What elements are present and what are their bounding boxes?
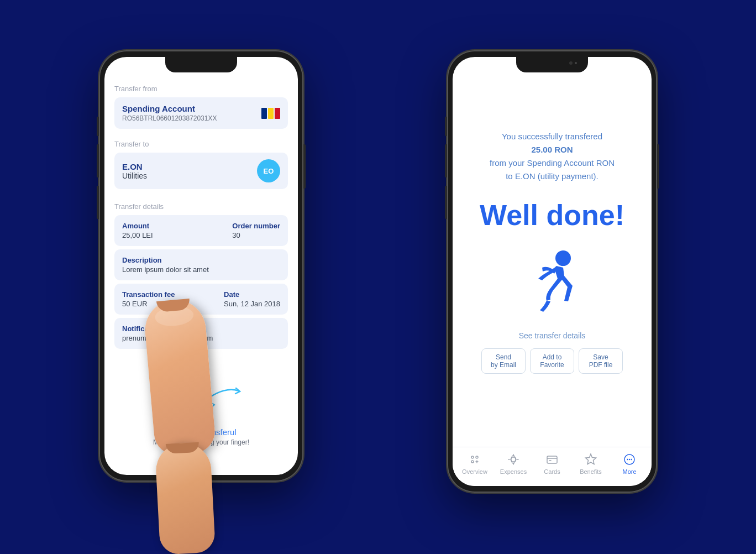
transfer-amount: 25.00 RON bbox=[531, 145, 573, 154]
svg-rect-6 bbox=[547, 456, 557, 463]
romanian-flag bbox=[261, 108, 280, 119]
bottom-navigation: Overview Expenses bbox=[453, 447, 652, 486]
transfer-details-label: Transfer details bbox=[114, 202, 288, 211]
description-value: Lorem ipsum dolor sit amet bbox=[122, 265, 280, 274]
right-phone-screen: You successfully transfered 25.00 RON fr… bbox=[453, 57, 652, 486]
svg-point-9 bbox=[629, 459, 630, 460]
nav-benefits[interactable]: Benefits bbox=[574, 453, 607, 475]
camera-area bbox=[569, 61, 577, 65]
svg-point-10 bbox=[631, 459, 632, 460]
order-number-item: Order number 30 bbox=[232, 222, 280, 239]
add-favorite-line2: Favorite bbox=[537, 361, 567, 369]
svg-point-8 bbox=[627, 459, 628, 460]
second-finger bbox=[155, 442, 216, 554]
runner-svg bbox=[519, 248, 585, 320]
fee-label: Transaction fee bbox=[122, 290, 175, 299]
success-text: You successfully transfered 25.00 RON fr… bbox=[490, 130, 615, 183]
nav-overview[interactable]: Overview bbox=[458, 453, 491, 475]
transfer-to-section: Transfer to E.ON Utilities EO bbox=[114, 140, 288, 197]
nav-expenses[interactable]: Expenses bbox=[497, 453, 530, 475]
flag-yellow bbox=[268, 108, 274, 119]
right-phone-btn-mute bbox=[445, 117, 447, 136]
send-email-btn[interactable]: Send by Email bbox=[481, 348, 526, 374]
phone-btn-mute bbox=[97, 117, 99, 136]
flag-red bbox=[275, 108, 280, 119]
order-number-value: 30 bbox=[232, 231, 280, 239]
success-main: You successfully transfered 25.00 RON fr… bbox=[453, 57, 652, 447]
eon-sub: Utilities bbox=[122, 171, 147, 180]
svg-point-2 bbox=[556, 253, 570, 266]
benefits-icon bbox=[584, 453, 597, 466]
finger-container bbox=[149, 300, 210, 554]
transfer-from-section: Transfer from Spending Account RO56BTRL0… bbox=[114, 85, 288, 137]
account-name: Spending Account bbox=[122, 104, 217, 113]
from-text: from your Spending Account RON bbox=[490, 158, 615, 168]
add-favorite-btn[interactable]: Add to Favorite bbox=[530, 348, 574, 374]
speaker-dot bbox=[575, 62, 577, 64]
phone-notch-right bbox=[516, 57, 588, 72]
save-pdf-line2: PDF file bbox=[586, 361, 616, 369]
transfer-from-card[interactable]: Spending Account RO56BTRL06601203872031X… bbox=[114, 97, 288, 129]
send-email-line2: by Email bbox=[489, 361, 518, 369]
second-fingernail bbox=[166, 442, 200, 454]
add-favorite-line1: Add to bbox=[537, 353, 567, 361]
date-label: Date bbox=[224, 290, 280, 299]
phone-btn-vol-up bbox=[97, 144, 99, 177]
right-phone-btn-power bbox=[657, 144, 659, 189]
description-label: Description bbox=[122, 256, 280, 264]
right-phone-btn-vol-up bbox=[445, 144, 447, 177]
amount-label: Amount bbox=[122, 222, 153, 230]
phone-btn-vol-down bbox=[97, 186, 99, 219]
action-buttons-row: Send by Email Add to Favorite Save PDF f… bbox=[481, 348, 623, 374]
right-screen-content: You successfully transfered 25.00 RON fr… bbox=[453, 57, 652, 486]
well-done-text: Well done! bbox=[480, 200, 624, 231]
to-text: to E.ON (utility payment). bbox=[506, 171, 599, 181]
expenses-label: Expenses bbox=[500, 468, 527, 475]
send-email-line1: Send bbox=[489, 353, 518, 361]
nav-cards[interactable]: Cards bbox=[536, 453, 569, 475]
description-box: Description Lorem ipsum dolor sit amet bbox=[114, 249, 288, 280]
expenses-icon bbox=[507, 453, 520, 466]
svg-point-3 bbox=[471, 456, 474, 458]
success-message: You successfully transfered bbox=[502, 132, 602, 141]
account-iban: RO56BTRL06601203872031XX bbox=[122, 114, 217, 122]
svg-point-5 bbox=[471, 461, 474, 463]
amount-order-row: Amount 25,00 LEI Order number 30 bbox=[122, 222, 280, 239]
finger bbox=[143, 297, 217, 457]
right-phone-btn-vol-down bbox=[445, 186, 447, 219]
order-number-label: Order number bbox=[232, 222, 280, 230]
camera-dot bbox=[569, 61, 573, 65]
overview-label: Overview bbox=[462, 468, 487, 475]
right-phone: You successfully transfered 25.00 RON fr… bbox=[447, 50, 657, 493]
amount-item: Amount 25,00 LEI bbox=[122, 222, 153, 239]
svg-point-4 bbox=[476, 456, 478, 458]
account-info: Spending Account RO56BTRL06601203872031X… bbox=[122, 104, 217, 122]
save-pdf-btn[interactable]: Save PDF file bbox=[579, 348, 623, 374]
overview-icon bbox=[468, 453, 481, 466]
eon-name: E.ON bbox=[122, 162, 147, 171]
transfer-from-label: Transfer from bbox=[114, 85, 288, 93]
date-value: Sun, 12 Jan 2018 bbox=[224, 300, 280, 308]
runner-icon-right bbox=[519, 248, 585, 315]
cards-icon bbox=[545, 453, 559, 466]
flag-blue bbox=[261, 108, 267, 119]
eon-avatar: EO bbox=[257, 159, 280, 182]
see-transfer-details[interactable]: See transfer details bbox=[519, 331, 586, 340]
more-icon bbox=[623, 453, 636, 466]
amount-order-box: Amount 25,00 LEI Order number 30 bbox=[114, 215, 288, 246]
phone-btn-power bbox=[303, 144, 306, 189]
amount-value: 25,00 LEI bbox=[122, 231, 153, 239]
phone-notch-left bbox=[165, 57, 237, 72]
cards-label: Cards bbox=[544, 468, 560, 475]
benefits-label: Benefits bbox=[580, 468, 602, 475]
eon-avatar-text: EO bbox=[264, 167, 274, 175]
eon-info: E.ON Utilities bbox=[122, 162, 147, 180]
transfer-to-label: Transfer to bbox=[114, 140, 288, 148]
more-label: More bbox=[622, 468, 636, 475]
date-item: Date Sun, 12 Jan 2018 bbox=[224, 290, 280, 308]
save-pdf-line1: Save bbox=[586, 353, 616, 361]
nav-more[interactable]: More bbox=[613, 453, 646, 475]
transfer-to-card[interactable]: E.ON Utilities EO bbox=[114, 153, 288, 189]
